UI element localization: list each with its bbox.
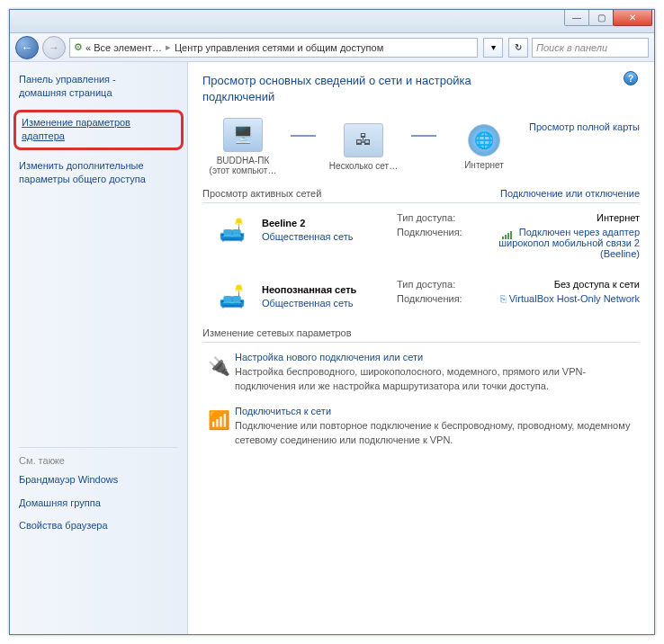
control-panel-home[interactable]: Панель управления - домашняя страница xyxy=(19,73,178,101)
networks-icon: 🖧 xyxy=(344,123,383,157)
network-type-link[interactable]: Общественная сеть xyxy=(262,298,397,309)
connect-network-icon: 📶 xyxy=(202,406,235,434)
sidebar-link-adapter-settings[interactable]: Изменение параметров адаптера xyxy=(13,110,184,150)
active-networks-header: Просмотр активных сетей Подключение или … xyxy=(202,188,640,203)
network-map: 🖥️ BUDDHA-ПК (этот компьют… 🖧 Несколько … xyxy=(202,118,640,175)
control-panel-icon: ⚙ xyxy=(74,41,83,53)
sidebar-link-browser[interactable]: Свойства браузера xyxy=(19,519,178,532)
connection-line xyxy=(291,135,316,137)
setup-new-connection[interactable]: 🔌 Настройка нового подключения или сети … xyxy=(202,352,640,393)
crumb-networkcenter[interactable]: Центр управления сетями и общим доступом xyxy=(172,42,386,53)
signal-icon xyxy=(502,228,513,237)
network-row-unknown: 🛋️ Неопознанная сеть Общественная сеть Т… xyxy=(202,279,640,311)
search-input[interactable]: Поиск в панели xyxy=(532,38,649,58)
see-also-label: См. также xyxy=(19,447,178,466)
node-multiple-networks[interactable]: 🖧 Несколько сет… xyxy=(323,123,404,171)
search-placeholder: Поиск в панели xyxy=(536,42,607,53)
address-bar: ← → ⚙ « Все элемент… ▸ Центр управления … xyxy=(10,33,654,62)
connect-to-network[interactable]: 📶 Подключиться к сети Подключение или по… xyxy=(202,406,640,447)
connection-link-beeline[interactable]: Подключен через адаптер широкопол мобиль… xyxy=(498,227,640,259)
access-type-label: Тип доступа: xyxy=(397,279,480,290)
sidebar-link-firewall[interactable]: Брандмауэр Windows xyxy=(19,473,178,487)
globe-icon: 🌐 xyxy=(468,124,500,157)
breadcrumb[interactable]: ⚙ « Все элемент… ▸ Центр управления сетя… xyxy=(69,38,478,58)
help-icon[interactable]: ? xyxy=(624,71,638,85)
forward-button[interactable]: → xyxy=(42,36,66,59)
connection-line xyxy=(411,135,436,137)
refresh-button[interactable]: ↻ xyxy=(508,38,528,58)
titlebar[interactable]: — ▢ ✕ xyxy=(10,10,654,33)
connections-label: Подключения: xyxy=(397,227,480,259)
connection-link-virtualbox[interactable]: VirtualBox Host-Only Network xyxy=(509,293,640,304)
back-button[interactable]: ← xyxy=(15,36,39,59)
setup-new-connection-desc: Настройка беспроводного, широкополосного… xyxy=(235,365,640,393)
new-connection-icon: 🔌 xyxy=(202,352,235,380)
network-name: Неопознанная сеть xyxy=(262,284,397,295)
page-title: Просмотр основных сведений о сети и наст… xyxy=(202,73,544,105)
connect-to-network-link[interactable]: Подключиться к сети xyxy=(235,406,640,416)
change-settings-header: Изменение сетевых параметров xyxy=(202,327,640,343)
window-frame: — ▢ ✕ ← → ⚙ « Все элемент… ▸ Центр управ… xyxy=(9,9,655,635)
connections-label: Подключения: xyxy=(397,293,480,304)
connect-to-network-desc: Подключение или повторное подключение к … xyxy=(235,419,640,447)
main-panel: ? Просмотр основных сведений о сети и на… xyxy=(188,62,654,634)
close-button[interactable]: ✕ xyxy=(613,10,652,26)
network-type-link[interactable]: Общественная сеть xyxy=(262,231,397,242)
sidebar-link-sharing-settings[interactable]: Изменить дополнительные параметры общего… xyxy=(19,159,178,187)
node-this-pc[interactable]: 🖥️ BUDDHA-ПК (этот компьют… xyxy=(202,118,283,175)
network-row-beeline: 🛋️ Beeline 2 Общественная сеть Тип досту… xyxy=(202,212,640,263)
adapter-icon: ⎘ xyxy=(500,293,507,304)
setup-new-connection-link[interactable]: Настройка нового подключения или сети xyxy=(235,352,640,362)
network-name: Beeline 2 xyxy=(262,218,397,228)
maximize-button[interactable]: ▢ xyxy=(588,10,614,26)
access-type-label: Тип доступа: xyxy=(397,212,480,223)
bench-icon: 🛋️ xyxy=(208,216,256,245)
bench-icon: 🛋️ xyxy=(208,282,256,311)
computer-icon: 🖥️ xyxy=(223,118,263,152)
dropdown-button[interactable]: ▾ xyxy=(483,38,503,58)
view-full-map-link[interactable]: Просмотр полной карты xyxy=(529,121,640,132)
minimize-button[interactable]: — xyxy=(564,10,589,26)
sidebar-link-homegroup[interactable]: Домашняя группа xyxy=(19,496,178,510)
access-type-value: Без доступа к сети xyxy=(480,279,640,290)
chevron-right-icon: ▸ xyxy=(165,41,172,53)
sidebar: Панель управления - домашняя страница Из… xyxy=(10,62,188,634)
access-type-value: Интернет xyxy=(480,212,640,223)
connect-disconnect-link[interactable]: Подключение или отключение xyxy=(500,188,640,199)
crumb-allitems[interactable]: « Все элемент… xyxy=(83,42,165,53)
node-internet[interactable]: 🌐 Интернет xyxy=(444,124,525,170)
